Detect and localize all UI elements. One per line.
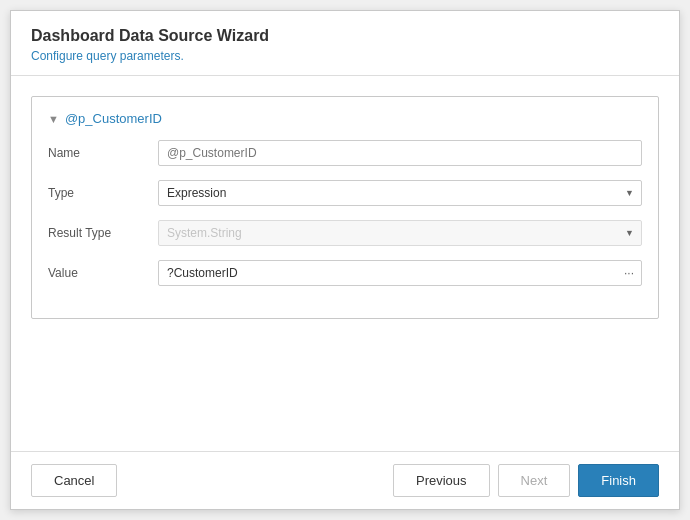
finish-button[interactable]: Finish [578,464,659,497]
footer-left: Cancel [31,464,117,497]
wizard-dialog: Dashboard Data Source Wizard Configure q… [10,10,680,510]
next-button: Next [498,464,571,497]
type-row: Type Expression Static Query [48,180,642,206]
param-header: ▼ @p_CustomerID [48,111,642,126]
result-type-label: Result Type [48,226,158,240]
dialog-body: ▼ @p_CustomerID Name Type Expression Sta… [11,76,679,451]
type-select-wrapper: Expression Static Query [158,180,642,206]
dialog-subtitle: Configure query parameters. [31,49,659,63]
previous-button[interactable]: Previous [393,464,490,497]
value-input[interactable] [158,260,642,286]
name-label: Name [48,146,158,160]
type-dropdown-wrapper: Expression Static Query [158,180,642,206]
type-dropdown[interactable]: Expression Static Query [158,180,642,206]
result-type-row: Result Type System.String System.Int32 S… [48,220,642,246]
type-label: Type [48,186,158,200]
value-row: Value ··· [48,260,642,286]
param-name-label: @p_CustomerID [65,111,162,126]
cancel-button[interactable]: Cancel [31,464,117,497]
footer-right: Previous Next Finish [393,464,659,497]
dialog-title: Dashboard Data Source Wizard [31,27,659,45]
dialog-footer: Cancel Previous Next Finish [11,451,679,509]
result-type-select-wrapper: System.String System.Int32 System.DateTi… [158,220,642,246]
name-input[interactable] [158,140,642,166]
value-input-wrapper: ··· [158,260,642,286]
parameter-section: ▼ @p_CustomerID Name Type Expression Sta… [31,96,659,319]
name-input-wrapper [158,140,642,166]
value-label: Value [48,266,158,280]
result-type-dropdown-wrapper: System.String System.Int32 System.DateTi… [158,220,642,246]
result-type-dropdown[interactable]: System.String System.Int32 System.DateTi… [158,220,642,246]
name-row: Name [48,140,642,166]
value-ellipsis-button[interactable]: ··· [624,266,634,280]
collapse-icon[interactable]: ▼ [48,113,59,125]
value-field-wrapper: ··· [158,260,642,286]
dialog-header: Dashboard Data Source Wizard Configure q… [11,11,679,76]
